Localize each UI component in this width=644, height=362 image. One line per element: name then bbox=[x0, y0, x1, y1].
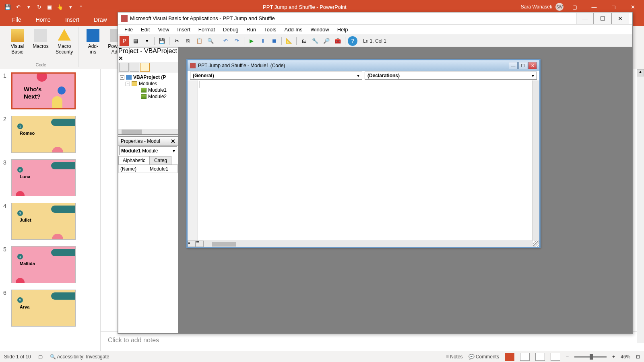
run-icon[interactable]: ▶ bbox=[247, 36, 256, 46]
vba-menu-tools[interactable]: Tools bbox=[260, 25, 280, 34]
procedure-view-icon[interactable]: ≡ bbox=[188, 241, 196, 247]
visual-basic-button[interactable]: Visual Basic bbox=[6, 27, 28, 62]
code-maximize-icon[interactable]: ☐ bbox=[518, 62, 527, 69]
undo-icon[interactable]: ↶ bbox=[221, 36, 230, 46]
maximize-icon[interactable]: ◻ bbox=[605, 0, 621, 14]
vba-menu-file[interactable]: File bbox=[120, 25, 137, 34]
qat-dropdown-icon[interactable]: ▾ bbox=[67, 3, 74, 10]
slide-thumb-1[interactable]: 1 Who's Next? bbox=[3, 72, 95, 109]
vba-menu-help[interactable]: Help bbox=[333, 25, 352, 34]
vba-mdi-area[interactable]: PPT Jump and Shuffle - Module1 (Code) — … bbox=[178, 47, 632, 333]
object-dropdown[interactable]: (General)▾ bbox=[190, 72, 362, 80]
sorter-view-icon[interactable] bbox=[520, 353, 530, 361]
project-hscroll[interactable] bbox=[118, 129, 178, 134]
slide-thumb-6[interactable]: 6 5 Arya bbox=[3, 290, 95, 327]
macro-security-button[interactable]: Macro Security bbox=[53, 27, 75, 62]
minimize-icon[interactable]: — bbox=[586, 0, 602, 14]
touch-mode-icon[interactable]: 👆 bbox=[56, 3, 64, 10]
slide-thumb-5[interactable]: 5 4 Maltida bbox=[3, 246, 95, 283]
properties-window-icon[interactable]: 🔧 bbox=[310, 36, 320, 46]
object-browser-icon[interactable]: 🔎 bbox=[322, 36, 331, 46]
toggle-folders-icon[interactable] bbox=[140, 63, 150, 72]
find-icon[interactable]: 🔍 bbox=[206, 36, 215, 46]
slide-thumb-4[interactable]: 4 3 Juliet bbox=[3, 203, 95, 240]
vba-menu-insert[interactable]: Insert bbox=[173, 25, 194, 34]
vba-titlebar[interactable]: Microsoft Visual Basic for Applications … bbox=[118, 12, 632, 25]
vba-menu-format[interactable]: Format bbox=[194, 25, 219, 34]
tab-alphabetic[interactable]: Alphabetic bbox=[118, 156, 150, 165]
code-close-icon[interactable]: ✕ bbox=[528, 62, 537, 69]
code-window-titlebar[interactable]: PPT Jump and Shuffle - Module1 (Code) — … bbox=[188, 60, 539, 71]
fit-to-window-icon[interactable]: ⊡ bbox=[636, 354, 640, 360]
vba-menu-addins[interactable]: Add-Ins bbox=[281, 25, 307, 34]
zoom-percent[interactable]: 46% bbox=[621, 354, 630, 360]
insert-dropdown-icon[interactable]: ▾ bbox=[142, 36, 152, 46]
slide-thumbnail-panel[interactable]: 1 Who's Next? 2 1 Romeo 3 2 Lu bbox=[0, 69, 101, 351]
properties-object-select[interactable]: Module1 Module▾ bbox=[119, 146, 177, 155]
slideshow-view-icon[interactable] bbox=[551, 353, 560, 361]
break-icon[interactable]: ⏸ bbox=[258, 36, 268, 46]
present-icon[interactable]: ▣ bbox=[46, 3, 53, 10]
zoom-out-icon[interactable]: − bbox=[566, 354, 569, 360]
macros-button[interactable]: Macros bbox=[30, 27, 52, 62]
paste-icon[interactable]: 📋 bbox=[194, 36, 204, 46]
view-object-icon[interactable] bbox=[130, 63, 139, 72]
vba-menu-edit[interactable]: Edit bbox=[137, 25, 154, 34]
close-icon[interactable]: ✕ bbox=[118, 55, 123, 62]
scroll-up-icon[interactable]: ▲ bbox=[637, 69, 644, 76]
avatar[interactable]: SW bbox=[555, 3, 564, 11]
normal-view-icon[interactable] bbox=[505, 353, 514, 361]
vba-close-icon[interactable]: ✕ bbox=[611, 13, 629, 24]
tab-draw[interactable]: Draw bbox=[87, 14, 114, 25]
tab-home[interactable]: Home bbox=[29, 14, 58, 25]
view-ppt-icon[interactable]: P bbox=[120, 36, 129, 46]
tab-file[interactable]: File bbox=[5, 14, 29, 25]
redo-icon[interactable]: ↷ bbox=[232, 36, 242, 46]
vba-minimize-icon[interactable]: — bbox=[576, 13, 594, 24]
editor-vertical-scrollbar[interactable]: ▲ bbox=[637, 69, 644, 343]
code-minimize-icon[interactable]: — bbox=[509, 62, 518, 69]
project-explorer-icon[interactable]: 🗂 bbox=[299, 36, 309, 46]
vba-menu-run[interactable]: Run bbox=[242, 25, 260, 34]
accessibility-status[interactable]: 🔍 Accessibility: Investigate bbox=[50, 354, 109, 360]
zoom-slider[interactable] bbox=[574, 356, 607, 358]
redo-icon[interactable]: ↻ bbox=[35, 3, 43, 10]
prop-name-value[interactable]: Module1 bbox=[148, 165, 178, 173]
tab-categorized[interactable]: Categ bbox=[150, 156, 171, 165]
toolbox-icon[interactable]: 🧰 bbox=[333, 36, 343, 46]
resize-grip-icon[interactable] bbox=[533, 241, 539, 247]
procedure-dropdown[interactable]: (Declarations)▾ bbox=[365, 72, 537, 80]
notes-placeholder[interactable]: Click to add notes bbox=[101, 331, 644, 351]
vba-menu-view[interactable]: View bbox=[154, 25, 173, 34]
ribbon-display-icon[interactable]: ▢ bbox=[567, 0, 583, 14]
vba-maximize-icon[interactable]: ☐ bbox=[594, 13, 611, 24]
slide-thumb-3[interactable]: 3 2 Luna bbox=[3, 159, 95, 196]
comments-button[interactable]: 💬 Comments bbox=[469, 354, 499, 360]
properties-grid[interactable]: (Name) Module1 bbox=[118, 165, 178, 173]
undo-dropdown-icon[interactable]: ▾ bbox=[25, 3, 32, 10]
tab-insert[interactable]: Insert bbox=[58, 14, 87, 25]
view-code-icon[interactable] bbox=[119, 63, 129, 72]
code-margin[interactable] bbox=[188, 80, 198, 241]
close-icon[interactable]: ✕ bbox=[625, 0, 641, 14]
close-icon[interactable]: ✕ bbox=[171, 138, 175, 144]
insert-module-icon[interactable]: ▤ bbox=[131, 36, 140, 46]
design-mode-icon[interactable]: 📐 bbox=[284, 36, 294, 46]
help-icon[interactable]: ? bbox=[348, 36, 357, 46]
project-tree[interactable]: −VBAProject (P −Modules Module1 Module2 bbox=[118, 72, 178, 129]
reading-view-icon[interactable] bbox=[535, 353, 545, 361]
vba-menu-window[interactable]: Window bbox=[306, 25, 333, 34]
save-icon[interactable]: 💾 bbox=[157, 36, 167, 46]
undo-icon[interactable]: ↶ bbox=[14, 3, 22, 10]
full-module-view-icon[interactable]: ☰ bbox=[196, 241, 204, 247]
properties-title[interactable]: Properties - Modul ✕ bbox=[118, 137, 178, 146]
save-icon[interactable]: 💾 bbox=[4, 3, 11, 10]
addins-button[interactable]: Add- ins bbox=[82, 27, 104, 62]
notes-button[interactable]: ≡ Notes bbox=[446, 354, 463, 360]
zoom-in-icon[interactable]: + bbox=[612, 354, 615, 360]
qat-more-icon[interactable]: ⁼ bbox=[77, 3, 85, 10]
slide-counter[interactable]: Slide 1 of 10 bbox=[4, 354, 31, 360]
slide-thumb-2[interactable]: 2 1 Romeo bbox=[3, 116, 95, 153]
vba-menu-debug[interactable]: Debug bbox=[219, 25, 242, 34]
code-hscroll[interactable] bbox=[204, 241, 533, 247]
